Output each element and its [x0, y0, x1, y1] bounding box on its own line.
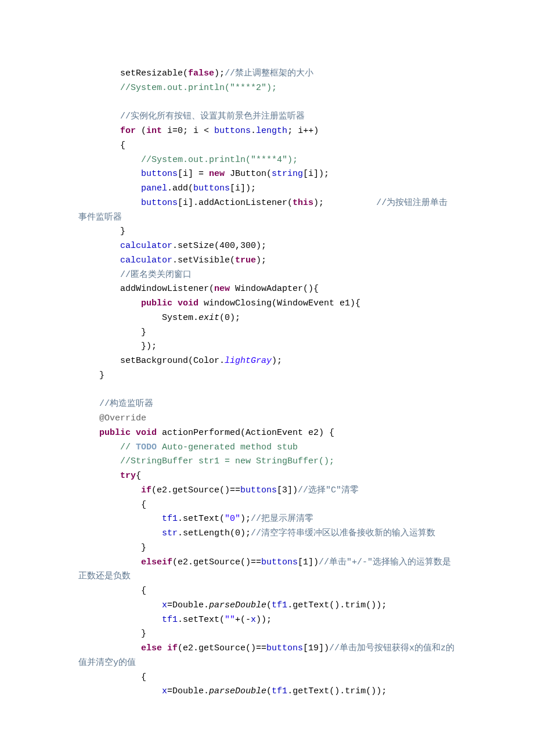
code-line: calculator.setSize(400,300);	[78, 241, 266, 251]
code-line: if(e2.getSource()==buttons[3])//选择"C"清零	[78, 485, 359, 495]
code-line: //System.out.println("****4");	[78, 155, 298, 165]
code-line: addWindowListener(new WindowAdapter(){	[78, 284, 319, 294]
code-line: public void actionPerformed(ActionEvent …	[78, 428, 334, 438]
code-line: panel.add(buttons[i]);	[78, 183, 256, 193]
code-line: });	[78, 341, 157, 351]
code-line: }	[78, 543, 146, 553]
code-line: //实例化所有按钮、设置其前景色并注册监听器	[78, 111, 305, 121]
code-line: }	[78, 629, 146, 639]
code-line: //StringBuffer str1 = new StringBuffer()…	[78, 456, 334, 466]
code-line: x=Double.parseDouble(tf1.getText().trim(…	[78, 686, 387, 696]
code-line: tf1.setText("0");//把显示屏清零	[78, 514, 313, 524]
code-line: try{	[78, 471, 141, 481]
code-line: x=Double.parseDouble(tf1.getText().trim(…	[78, 600, 387, 610]
code-line: else if(e2.getSource()==buttons[19])//单击…	[78, 643, 454, 668]
code-line: tf1.setText(""+(-x));	[78, 615, 272, 625]
code-line: //System.out.println("****2");	[78, 83, 277, 93]
code-line: calculator.setVisible(true);	[78, 255, 266, 265]
code-line: @Override	[78, 413, 146, 423]
code-line: {	[78, 672, 146, 682]
code-line: }	[78, 327, 146, 337]
code-line: setResizable(false);//禁止调整框架的大小	[78, 69, 313, 78]
code-line: elseif(e2.getSource()==buttons[1])//单击"+…	[78, 557, 451, 582]
code-line: str.setLength(0);//清空字符串缓冲区以准备接收新的输入运算数	[78, 528, 435, 538]
code-line: {	[78, 141, 125, 150]
code-line: buttons[i].addActionListener(this); //为按…	[78, 198, 448, 222]
code-line: }	[78, 370, 104, 380]
code-line: System.exit(0);	[78, 313, 240, 323]
code-line: }	[78, 226, 125, 236]
code-line: //构造监听器	[78, 399, 153, 409]
code-line: setBackground(Color.lightGray);	[78, 356, 282, 366]
code-line: {	[78, 586, 146, 596]
code-line: public void windowClosing(WindowEvent e1…	[78, 298, 360, 308]
code-line: {	[78, 500, 146, 510]
code-block: setResizable(false);//禁止调整框架的大小 //System…	[0, 0, 534, 756]
code-line: for (int i=0; i < buttons.length; i++)	[78, 126, 319, 136]
code-line: //匿名类关闭窗口	[78, 270, 192, 280]
code-line: // TODO Auto-generated method stub	[78, 442, 298, 452]
code-line: buttons[i] = new JButton(string[i]);	[78, 169, 329, 179]
